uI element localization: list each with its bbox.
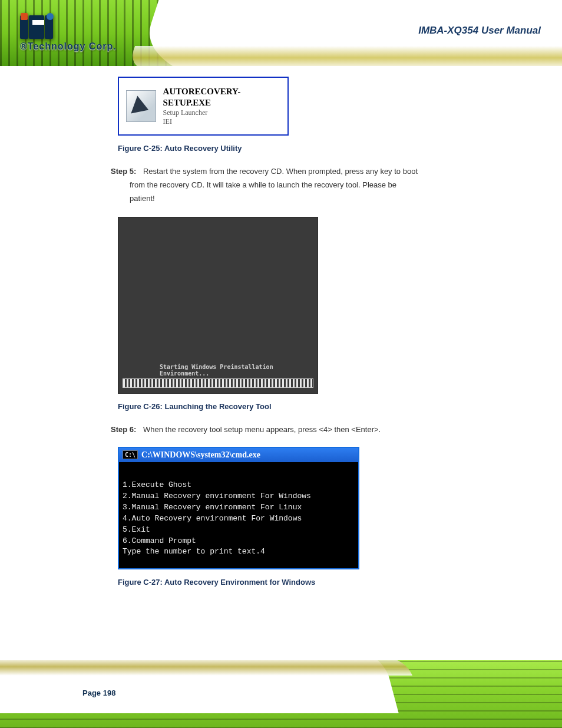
cmd-window: C:\ C:\WINDOWS\system32\cmd.exe 1.Execut… xyxy=(118,447,359,570)
installer-icon xyxy=(126,90,156,122)
step-5-text-a: Restart the system from the recovery CD.… xyxy=(143,167,418,176)
header-banner: ®Technology Corp. IMBA-XQ354 User Manual xyxy=(0,0,562,66)
step-5-text-b: from the recovery CD. It will take a whi… xyxy=(130,180,527,189)
brand-logo: ®Technology Corp. xyxy=(20,15,117,52)
footer-banner: Page 198 xyxy=(0,660,562,728)
autorecovery-file-tile: AUTORECOVERY-SETUP.EXE Setup Launcher IE… xyxy=(118,77,289,136)
cmd-titlebar: C:\ C:\WINDOWS\system32\cmd.exe xyxy=(119,448,358,462)
step-6: Step 6: When the recovery tool setup men… xyxy=(111,425,527,434)
cmd-body: 1.Execute Ghost 2.Manual Recovery enviro… xyxy=(119,462,358,569)
header-swoosh-accent xyxy=(124,46,562,66)
brand-tagline: ®Technology Corp. xyxy=(20,41,117,52)
figure-caption-c25: Figure C-25: Auto Recovery Utility xyxy=(118,144,527,153)
figure-caption-c27: Figure C-27: Auto Recovery Environment f… xyxy=(118,578,527,587)
step-5: Step 5: Restart the system from the reco… xyxy=(111,167,527,176)
file-desc-line: Setup Launcher xyxy=(163,108,280,117)
winpe-screenshot: Starting Windows Preinstallation Environ… xyxy=(118,217,318,394)
cmd-title-glyph: C:\ xyxy=(123,450,138,459)
page-number: Page 198 xyxy=(82,689,115,697)
file-name: AUTORECOVERY-SETUP.EXE xyxy=(163,86,280,108)
file-vendor-line: IEI xyxy=(163,117,280,126)
figure-caption-c26: Figure C-26: Launching the Recovery Tool xyxy=(118,402,527,411)
winpe-status-text: Starting Windows Preinstallation Environ… xyxy=(160,364,318,377)
step-6-text: When the recovery tool setup menu appear… xyxy=(143,425,381,434)
document-title: IMBA-XQ354 User Manual xyxy=(418,25,541,37)
cmd-title-text: C:\WINDOWS\system32\cmd.exe xyxy=(141,450,260,460)
footer-swoosh-accent xyxy=(0,660,412,676)
page-content: AUTORECOVERY-SETUP.EXE Setup Launcher IE… xyxy=(0,77,562,601)
step-6-prefix: Step 6: xyxy=(111,425,136,434)
winpe-progressbar xyxy=(123,379,313,387)
step-5-prefix: Step 5: xyxy=(111,167,136,176)
step-5-text-c: patient! xyxy=(130,194,527,203)
